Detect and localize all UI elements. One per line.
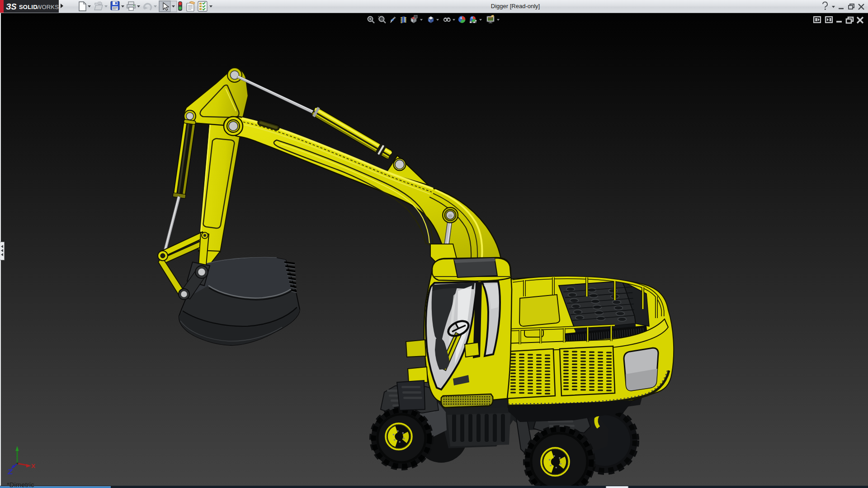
svg-text:WORKS: WORKS: [36, 4, 59, 10]
svg-text:SOLID: SOLID: [19, 4, 38, 10]
svg-text:ЗS: ЗS: [6, 2, 17, 11]
